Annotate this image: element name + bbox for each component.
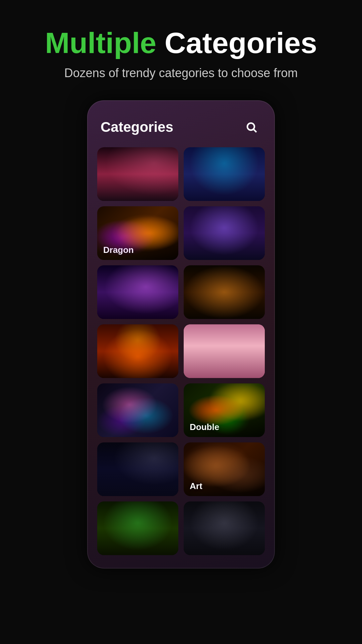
panda-nose [238, 342, 242, 345]
phone-frame: Categories Mountain [87, 100, 275, 569]
card-overlay [184, 399, 265, 437]
category-card-dragon[interactable]: Dragon [97, 206, 178, 260]
live-glow [184, 206, 265, 260]
moon-shadow [150, 451, 163, 469]
card-overlay [97, 222, 178, 260]
title-green: Multiple [45, 26, 156, 59]
dragon-glow [97, 206, 178, 260]
category-card-neon[interactable]: Neon [184, 147, 265, 201]
chess-glow [184, 501, 265, 555]
phone-title: Categories [101, 119, 173, 135]
categories-grid: Mountain Neon Dragon Live Anime City Fir… [97, 147, 265, 555]
card-overlay [97, 340, 178, 378]
category-label-double: Double [190, 422, 219, 432]
title-white: Categories [157, 26, 317, 59]
category-card-panda[interactable]: Panda [184, 324, 265, 378]
category-label-rainbow: Rainbow [103, 422, 139, 432]
card-overlay [97, 281, 178, 319]
category-card-fire[interactable]: Fire [97, 324, 178, 378]
category-card-live[interactable]: Live [184, 206, 265, 260]
city-streak2 [220, 265, 230, 318]
category-label-3d: 3D [103, 481, 114, 491]
page-subtitle: Dozens of trendy categories to choose fr… [45, 66, 317, 80]
category-label-neon: Neon [190, 186, 212, 196]
card-overlay [97, 163, 178, 201]
card-overlay [184, 163, 265, 201]
category-card-rainbow[interactable]: Rainbow [97, 383, 178, 437]
panda-ear-right [243, 327, 250, 333]
panda-bg [184, 324, 265, 378]
category-card-mountain[interactable]: Mountain [97, 147, 178, 201]
panda-decoration [228, 329, 255, 356]
category-label-anime: Anime [103, 304, 130, 314]
art-texture [184, 442, 265, 496]
panda-eye-right [241, 335, 249, 343]
nature-glow [97, 501, 178, 555]
category-label-nature: Nature [103, 540, 131, 550]
category-card-chess[interactable]: Chess [184, 501, 265, 555]
search-icon [245, 121, 257, 133]
category-card-double[interactable]: Double [184, 383, 265, 437]
rainbow-glow [97, 383, 178, 437]
search-button[interactable] [241, 117, 261, 137]
card-overlay [184, 222, 265, 260]
card-overlay [184, 459, 265, 496]
category-label-fire: Fire [103, 363, 119, 373]
category-card-nature[interactable]: Nature [97, 501, 178, 555]
svg-line-1 [254, 129, 256, 132]
city-light [184, 265, 265, 319]
card-overlay [97, 518, 178, 555]
fire-glow [97, 324, 178, 378]
category-label-city: City [190, 304, 206, 314]
page-title: Multiple Categories [45, 27, 317, 59]
anime-glow [97, 265, 178, 319]
card-overlay [97, 399, 178, 437]
category-label-art: Art [190, 481, 202, 491]
card-overlay [184, 281, 265, 319]
panda-ear-left [230, 327, 236, 333]
category-card-city[interactable]: City [184, 265, 265, 319]
svg-point-0 [247, 123, 254, 130]
phone-header: Categories [97, 117, 265, 137]
mountain-sky [97, 147, 178, 174]
double-glow [184, 383, 265, 437]
category-card-anime[interactable]: Anime [97, 265, 178, 319]
category-label-dragon: Dragon [103, 245, 134, 255]
neon-light [184, 147, 265, 201]
neon-glow [184, 147, 265, 179]
panda-eye-left [231, 335, 238, 343]
city-streak3 [228, 265, 247, 316]
panda-face [228, 329, 251, 353]
page-header: Multiple Categories Dozens of trendy cat… [45, 27, 317, 80]
card-overlay [184, 340, 265, 378]
category-card-art[interactable]: Art [184, 442, 265, 496]
category-label-panda: Panda [190, 363, 216, 373]
category-label-mountain: Mountain [103, 186, 142, 196]
category-card-3d[interactable]: 3D [97, 442, 178, 496]
moon-3d [150, 449, 170, 469]
category-label-live: Live [190, 245, 207, 255]
forest-decoration [97, 147, 178, 201]
category-label-chess: Chess [190, 540, 216, 550]
city-streak [224, 265, 239, 317]
card-overlay [97, 459, 178, 496]
card-overlay [184, 518, 265, 555]
